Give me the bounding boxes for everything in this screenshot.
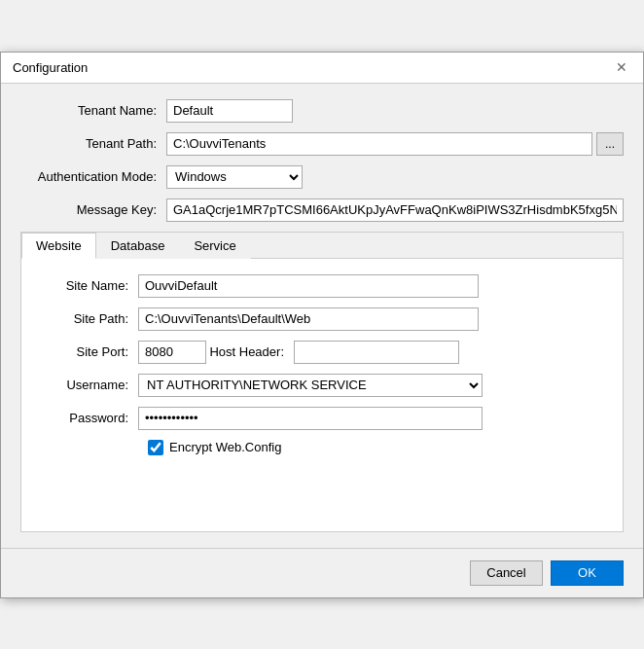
auth-mode-label: Authentication Mode: bbox=[20, 169, 166, 184]
ok-button[interactable]: OK bbox=[551, 560, 624, 586]
site-name-row: Site Name: bbox=[41, 274, 603, 298]
message-key-input[interactable] bbox=[166, 198, 624, 222]
host-header-input[interactable] bbox=[294, 341, 459, 364]
encrypt-checkbox[interactable] bbox=[148, 440, 163, 455]
encrypt-label: Encrypt Web.Config bbox=[169, 440, 281, 454]
tab-database[interactable]: Database bbox=[96, 233, 180, 259]
dialog-footer: Cancel OK bbox=[1, 548, 643, 597]
site-path-label: Site Path: bbox=[41, 311, 138, 326]
host-header-label: Host Header: bbox=[206, 344, 294, 359]
close-button[interactable]: ✕ bbox=[612, 57, 631, 77]
tenant-name-input[interactable] bbox=[166, 99, 293, 123]
site-port-label: Site Port: bbox=[41, 344, 138, 359]
tab-container: Website Database Service Site Name: Site… bbox=[20, 232, 624, 532]
tenant-path-control: ... bbox=[166, 132, 624, 156]
configuration-dialog: Configuration ✕ Tenant Name: Tenant Path… bbox=[0, 52, 644, 598]
username-label: Username: bbox=[41, 378, 138, 392]
auth-mode-select[interactable]: Windows Forms None bbox=[166, 165, 303, 189]
message-key-row: Message Key: bbox=[20, 198, 624, 222]
tenant-path-row: Tenant Path: ... bbox=[20, 132, 624, 156]
tab-service[interactable]: Service bbox=[179, 233, 250, 259]
dialog-title: Configuration bbox=[13, 60, 88, 75]
dialog-content: Tenant Name: Tenant Path: ... Authentica… bbox=[1, 84, 643, 548]
auth-mode-control: Windows Forms None bbox=[166, 165, 624, 189]
tab-bar: Website Database Service bbox=[21, 233, 623, 259]
title-bar: Configuration ✕ bbox=[1, 53, 643, 84]
tenant-path-browse-button[interactable]: ... bbox=[596, 132, 624, 156]
password-row: Password: bbox=[41, 407, 603, 430]
site-name-label: Site Name: bbox=[41, 278, 138, 293]
site-port-input[interactable] bbox=[138, 341, 206, 364]
site-path-input[interactable] bbox=[138, 307, 479, 331]
password-label: Password: bbox=[41, 411, 138, 425]
message-key-label: Message Key: bbox=[20, 202, 166, 217]
website-tab-content: Site Name: Site Path: Site Port: Host He… bbox=[21, 259, 623, 531]
auth-mode-row: Authentication Mode: Windows Forms None bbox=[20, 165, 624, 189]
password-input[interactable] bbox=[138, 407, 483, 430]
tenant-name-label: Tenant Name: bbox=[20, 103, 166, 118]
message-key-control bbox=[166, 198, 624, 222]
tenant-name-control bbox=[166, 99, 624, 123]
cancel-button[interactable]: Cancel bbox=[470, 560, 543, 586]
tab-website[interactable]: Website bbox=[21, 233, 96, 259]
username-row: Username: NT AUTHORITY\NETWORK SERVICE N… bbox=[41, 374, 603, 397]
site-port-row: Site Port: Host Header: bbox=[41, 341, 603, 364]
tenant-path-input[interactable] bbox=[166, 132, 592, 156]
username-select[interactable]: NT AUTHORITY\NETWORK SERVICE NT AUTHORIT… bbox=[138, 374, 483, 397]
tenant-path-label: Tenant Path: bbox=[20, 136, 166, 151]
site-path-row: Site Path: bbox=[41, 307, 603, 331]
site-name-input[interactable] bbox=[138, 274, 479, 298]
encrypt-row: Encrypt Web.Config bbox=[41, 440, 603, 455]
tenant-name-row: Tenant Name: bbox=[20, 99, 624, 123]
